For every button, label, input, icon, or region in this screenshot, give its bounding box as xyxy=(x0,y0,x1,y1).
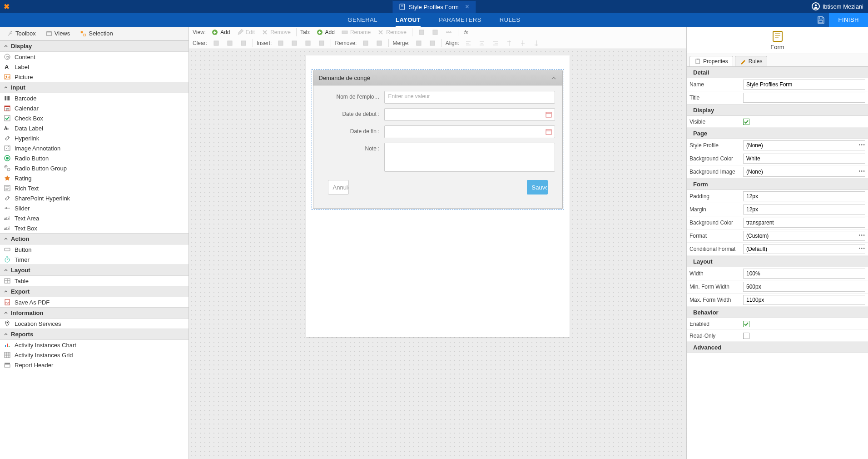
toolbox-item[interactable]: Report Header xyxy=(0,360,188,370)
property-input[interactable] xyxy=(743,154,865,164)
property-group-header[interactable]: Advanced xyxy=(687,342,868,353)
property-group-header[interactable]: Form xyxy=(687,179,868,190)
more-dots-icon[interactable]: ••• xyxy=(858,168,865,174)
property-row: Width xyxy=(687,267,868,280)
form-card-header[interactable]: Demande de congé xyxy=(313,71,562,85)
end-date-input[interactable] xyxy=(384,125,555,138)
toolbox-category-header[interactable]: Display xyxy=(0,40,188,52)
properties-body[interactable]: DetailNameTitleDisplayVisiblePageStyle P… xyxy=(687,67,868,459)
toolbox-category-header[interactable]: Input xyxy=(0,82,188,93)
property-input[interactable] xyxy=(743,269,865,279)
primary-save-button[interactable]: Sauvegarder xyxy=(527,180,548,195)
property-input[interactable] xyxy=(743,295,865,305)
property-group-header[interactable]: Behavior xyxy=(687,307,868,318)
chevron-up-icon[interactable] xyxy=(551,75,557,81)
tool-icon xyxy=(4,155,11,162)
toolbox-item[interactable]: Radio Button xyxy=(0,153,188,163)
toolbox-item[interactable]: ALabel xyxy=(0,62,188,72)
sidebar-tab-toolbox[interactable]: Toolbox xyxy=(3,29,40,38)
toolbox-item[interactable]: abText Area xyxy=(0,213,188,223)
sidebar-tab-views[interactable]: Views xyxy=(42,29,74,38)
toolbox-item[interactable]: PDFSave As PDF xyxy=(0,297,188,307)
property-input[interactable] xyxy=(743,205,865,215)
nav-general[interactable]: GENERAL xyxy=(347,13,377,27)
checkbox[interactable] xyxy=(743,119,749,125)
toolbox-category-header[interactable]: Layout xyxy=(0,264,188,276)
property-input[interactable] xyxy=(743,93,865,103)
nav-parameters[interactable]: PARAMETERS xyxy=(439,13,481,27)
property-input[interactable] xyxy=(743,282,865,292)
props-tab-rules[interactable]: Rules xyxy=(735,56,768,66)
toolbox-item[interactable]: @Content xyxy=(0,52,188,62)
document-tab[interactable]: Style Profiles Form × xyxy=(392,0,476,13)
props-tab-properties[interactable]: Properties xyxy=(689,56,733,66)
toolbox-item[interactable]: 15Calendar xyxy=(0,103,188,113)
toolbox-item[interactable]: Table xyxy=(0,276,188,286)
canvas-scroll[interactable]: Demande de congé Nom de l'emplo… Entrer … xyxy=(189,49,686,459)
start-date-input[interactable] xyxy=(384,108,555,121)
checkbox[interactable] xyxy=(743,333,749,339)
toolbox-item[interactable]: Image Annotation xyxy=(0,143,188,153)
toolbox-item[interactable]: Picture xyxy=(0,72,188,82)
toolbar-dots xyxy=(443,28,454,37)
user-chip[interactable]: Ibtisem Meziani xyxy=(812,2,863,10)
checkbox[interactable] xyxy=(743,321,749,327)
nav-layout[interactable]: LAYOUT xyxy=(396,13,421,27)
toolbox-item[interactable]: SharePoint Hyperlink xyxy=(0,193,188,203)
tab-close-icon[interactable]: × xyxy=(465,3,469,11)
property-group-header[interactable]: Layout xyxy=(687,256,868,267)
nav-rules[interactable]: RULES xyxy=(500,13,521,27)
toolbox-item[interactable]: Location Services xyxy=(0,319,188,329)
property-input[interactable] xyxy=(743,80,865,90)
property-group-header[interactable]: Display xyxy=(687,105,868,116)
toolbox-item[interactable]: Barcode xyxy=(0,93,188,103)
sidebar-tab-selection[interactable]: Selection xyxy=(76,29,117,38)
employee-input[interactable]: Entrer une valeur xyxy=(384,91,555,104)
toolbox-item[interactable]: Button xyxy=(0,244,188,254)
property-input[interactable] xyxy=(743,218,865,228)
tab-add-button[interactable]: Add xyxy=(314,28,337,37)
note-textarea[interactable] xyxy=(384,143,555,172)
property-input[interactable] xyxy=(743,167,865,177)
tool-item-label: Radio Button Group xyxy=(15,165,67,172)
app-close-icon[interactable]: ✖ xyxy=(0,0,13,13)
toolbox-item[interactable]: Rating xyxy=(0,173,188,183)
toolbox-category-header[interactable]: Action xyxy=(0,233,188,244)
toolbox-category-header[interactable]: Information xyxy=(0,307,188,319)
toolbar-fx[interactable]: fx xyxy=(462,28,473,37)
toolbox-item[interactable]: AbData Label xyxy=(0,123,188,133)
toolbox-item[interactable]: Slider xyxy=(0,203,188,213)
tool-icon: Ab xyxy=(4,125,11,132)
calendar-icon xyxy=(546,111,552,118)
form-selection-outline[interactable]: Demande de congé Nom de l'emplo… Entrer … xyxy=(312,69,564,210)
view-add-button[interactable]: Add xyxy=(209,28,232,37)
property-group-header[interactable]: Detail xyxy=(687,67,868,78)
toolbox-item[interactable]: Activity Instances Grid xyxy=(0,350,188,360)
form-page[interactable]: Demande de congé Nom de l'emplo… Entrer … xyxy=(306,55,570,337)
more-dots-icon[interactable]: ••• xyxy=(858,142,865,147)
merge-btn-1 xyxy=(413,39,424,48)
cancel-button[interactable]: Annuler xyxy=(328,180,349,195)
finish-button[interactable]: FINISH xyxy=(829,13,868,27)
toolbox-list[interactable]: Display@ContentALabelPictureInputBarcode… xyxy=(0,40,188,459)
toolbox-item[interactable]: Rich Text xyxy=(0,183,188,193)
property-input[interactable] xyxy=(743,140,865,150)
toolbox-category-header[interactable]: Export xyxy=(0,286,188,297)
user-avatar-icon xyxy=(812,2,820,10)
more-dots-icon[interactable]: ••• xyxy=(858,232,865,238)
toolbox-item[interactable]: Radio Button Group xyxy=(0,163,188,173)
toolbox-item[interactable]: Check Box xyxy=(0,113,188,123)
more-dots-icon[interactable]: ••• xyxy=(858,245,865,251)
property-row: Background Color xyxy=(687,216,868,230)
toolbox-category-header[interactable]: Reports xyxy=(0,329,188,340)
property-group-header[interactable]: Page xyxy=(687,128,868,139)
toolbox-item[interactable]: Hyperlink xyxy=(0,133,188,143)
toolbox-item[interactable]: Activity Instances Chart xyxy=(0,340,188,350)
sidebar-tab-label: Toolbox xyxy=(15,30,36,37)
property-input[interactable] xyxy=(743,231,865,241)
property-input[interactable] xyxy=(743,191,865,201)
toolbox-item[interactable]: abText Box xyxy=(0,223,188,233)
save-icon-button[interactable] xyxy=(813,13,829,27)
toolbox-item[interactable]: Timer xyxy=(0,254,188,264)
property-input[interactable] xyxy=(743,244,865,254)
